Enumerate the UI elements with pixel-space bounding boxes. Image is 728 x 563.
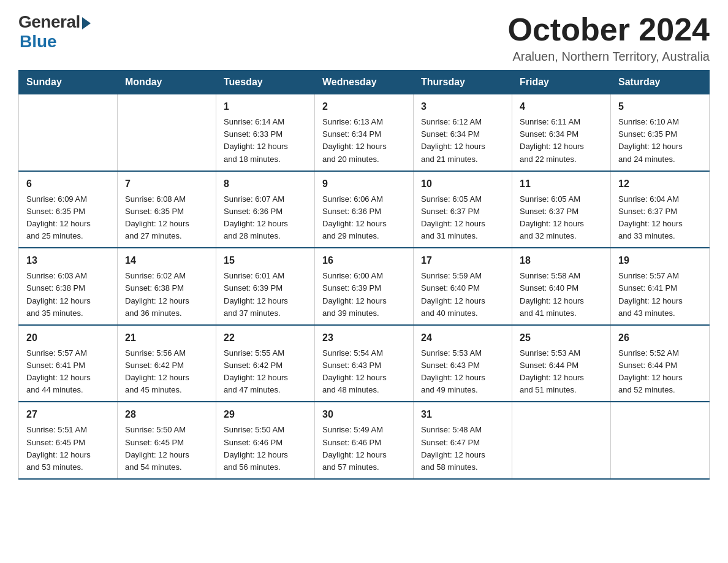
- calendar-header-row: SundayMondayTuesdayWednesdayThursdayFrid…: [19, 71, 710, 94]
- day-number: 10: [421, 177, 504, 191]
- table-row: 27Sunrise: 5:51 AMSunset: 6:45 PMDayligh…: [19, 402, 118, 479]
- logo-general-text: General: [18, 12, 80, 32]
- day-number: 8: [224, 177, 307, 191]
- table-row: 18Sunrise: 5:58 AMSunset: 6:40 PMDayligh…: [512, 248, 611, 325]
- table-row: 10Sunrise: 6:05 AMSunset: 6:37 PMDayligh…: [414, 171, 512, 248]
- day-number: 16: [322, 253, 406, 268]
- table-row: 4Sunrise: 6:11 AMSunset: 6:34 PMDaylight…: [512, 94, 611, 171]
- table-row: 22Sunrise: 5:55 AMSunset: 6:42 PMDayligh…: [216, 325, 315, 402]
- calendar-week-row: 6Sunrise: 6:09 AMSunset: 6:35 PMDaylight…: [19, 171, 710, 248]
- day-number: 13: [26, 253, 110, 268]
- calendar-header-wednesday: Wednesday: [315, 71, 414, 94]
- location-text: Araluen, Northern Territory, Australia: [508, 50, 710, 64]
- calendar-week-row: 1Sunrise: 6:14 AMSunset: 6:33 PMDaylight…: [19, 94, 710, 171]
- calendar-header-monday: Monday: [118, 71, 216, 94]
- table-row: 7Sunrise: 6:08 AMSunset: 6:35 PMDaylight…: [118, 171, 216, 248]
- logo-arrow-icon: [82, 17, 91, 29]
- day-info: Sunrise: 6:00 AMSunset: 6:39 PMDaylight:…: [322, 270, 406, 320]
- day-number: 20: [26, 331, 110, 345]
- day-number: 2: [322, 99, 406, 114]
- table-row: 11Sunrise: 6:05 AMSunset: 6:37 PMDayligh…: [512, 171, 611, 248]
- calendar-header-friday: Friday: [512, 71, 611, 94]
- day-info: Sunrise: 5:48 AMSunset: 6:47 PMDaylight:…: [421, 424, 504, 473]
- calendar-week-row: 13Sunrise: 6:03 AMSunset: 6:38 PMDayligh…: [19, 248, 710, 325]
- day-info: Sunrise: 5:59 AMSunset: 6:40 PMDaylight:…: [421, 270, 504, 320]
- day-number: 27: [26, 407, 110, 422]
- day-info: Sunrise: 5:57 AMSunset: 6:41 PMDaylight:…: [26, 347, 110, 397]
- table-row: 1Sunrise: 6:14 AMSunset: 6:33 PMDaylight…: [216, 94, 315, 171]
- day-number: 15: [224, 253, 307, 268]
- day-number: 14: [125, 253, 208, 268]
- day-info: Sunrise: 5:51 AMSunset: 6:45 PMDaylight:…: [26, 424, 110, 473]
- day-number: 3: [421, 99, 504, 114]
- day-info: Sunrise: 5:50 AMSunset: 6:46 PMDaylight:…: [224, 424, 307, 473]
- day-info: Sunrise: 6:01 AMSunset: 6:39 PMDaylight:…: [224, 270, 307, 320]
- day-info: Sunrise: 5:50 AMSunset: 6:45 PMDaylight:…: [125, 424, 208, 473]
- day-number: 29: [224, 407, 307, 422]
- day-number: 18: [520, 253, 603, 268]
- calendar-header-tuesday: Tuesday: [216, 71, 315, 94]
- day-info: Sunrise: 5:58 AMSunset: 6:40 PMDaylight:…: [520, 270, 603, 320]
- day-info: Sunrise: 5:53 AMSunset: 6:43 PMDaylight:…: [421, 347, 504, 397]
- day-number: 17: [421, 253, 504, 268]
- table-row: 30Sunrise: 5:49 AMSunset: 6:46 PMDayligh…: [315, 402, 414, 479]
- table-row: 28Sunrise: 5:50 AMSunset: 6:45 PMDayligh…: [118, 402, 216, 479]
- day-info: Sunrise: 5:49 AMSunset: 6:46 PMDaylight:…: [322, 424, 406, 473]
- table-row: 13Sunrise: 6:03 AMSunset: 6:38 PMDayligh…: [19, 248, 118, 325]
- table-row: 31Sunrise: 5:48 AMSunset: 6:47 PMDayligh…: [414, 402, 512, 479]
- day-info: Sunrise: 5:52 AMSunset: 6:44 PMDaylight:…: [618, 347, 702, 397]
- calendar-week-row: 20Sunrise: 5:57 AMSunset: 6:41 PMDayligh…: [19, 325, 710, 402]
- day-number: 19: [618, 253, 702, 268]
- day-number: 22: [224, 331, 307, 345]
- day-info: Sunrise: 6:02 AMSunset: 6:38 PMDaylight:…: [125, 270, 208, 320]
- day-number: 28: [125, 407, 208, 422]
- day-info: Sunrise: 6:05 AMSunset: 6:37 PMDaylight:…: [421, 193, 504, 243]
- day-info: Sunrise: 5:54 AMSunset: 6:43 PMDaylight:…: [322, 347, 406, 397]
- day-info: Sunrise: 6:12 AMSunset: 6:34 PMDaylight:…: [421, 116, 504, 166]
- calendar-header-saturday: Saturday: [611, 71, 710, 94]
- day-info: Sunrise: 6:08 AMSunset: 6:35 PMDaylight:…: [125, 193, 208, 243]
- day-number: 5: [618, 99, 702, 114]
- day-number: 25: [520, 331, 603, 345]
- day-info: Sunrise: 6:10 AMSunset: 6:35 PMDaylight:…: [618, 116, 702, 166]
- table-row: 24Sunrise: 5:53 AMSunset: 6:43 PMDayligh…: [414, 325, 512, 402]
- table-row: [611, 402, 710, 479]
- day-number: 9: [322, 177, 406, 191]
- table-row: 9Sunrise: 6:06 AMSunset: 6:36 PMDaylight…: [315, 171, 414, 248]
- day-info: Sunrise: 6:13 AMSunset: 6:34 PMDaylight:…: [322, 116, 406, 166]
- calendar-header-thursday: Thursday: [414, 71, 512, 94]
- day-number: 31: [421, 407, 504, 422]
- table-row: 6Sunrise: 6:09 AMSunset: 6:35 PMDaylight…: [19, 171, 118, 248]
- table-row: [118, 94, 216, 171]
- day-number: 4: [520, 99, 603, 114]
- calendar-table: SundayMondayTuesdayWednesdayThursdayFrid…: [18, 70, 710, 480]
- day-number: 6: [26, 177, 110, 191]
- table-row: 2Sunrise: 6:13 AMSunset: 6:34 PMDaylight…: [315, 94, 414, 171]
- table-row: [512, 402, 611, 479]
- day-info: Sunrise: 5:55 AMSunset: 6:42 PMDaylight:…: [224, 347, 307, 397]
- page-header: General Blue October 2024 Araluen, North…: [18, 12, 710, 64]
- day-number: 7: [125, 177, 208, 191]
- day-number: 12: [618, 177, 702, 191]
- table-row: 23Sunrise: 5:54 AMSunset: 6:43 PMDayligh…: [315, 325, 414, 402]
- table-row: 15Sunrise: 6:01 AMSunset: 6:39 PMDayligh…: [216, 248, 315, 325]
- title-block: October 2024 Araluen, Northern Territory…: [508, 12, 710, 64]
- table-row: 26Sunrise: 5:52 AMSunset: 6:44 PMDayligh…: [611, 325, 710, 402]
- table-row: 3Sunrise: 6:12 AMSunset: 6:34 PMDaylight…: [414, 94, 512, 171]
- table-row: 20Sunrise: 5:57 AMSunset: 6:41 PMDayligh…: [19, 325, 118, 402]
- day-number: 23: [322, 331, 406, 345]
- day-info: Sunrise: 6:03 AMSunset: 6:38 PMDaylight:…: [26, 270, 110, 320]
- calendar-header-sunday: Sunday: [19, 71, 118, 94]
- table-row: 21Sunrise: 5:56 AMSunset: 6:42 PMDayligh…: [118, 325, 216, 402]
- day-info: Sunrise: 6:11 AMSunset: 6:34 PMDaylight:…: [520, 116, 603, 166]
- calendar-week-row: 27Sunrise: 5:51 AMSunset: 6:45 PMDayligh…: [19, 402, 710, 479]
- day-number: 11: [520, 177, 603, 191]
- table-row: 19Sunrise: 5:57 AMSunset: 6:41 PMDayligh…: [611, 248, 710, 325]
- day-number: 26: [618, 331, 702, 345]
- table-row: 17Sunrise: 5:59 AMSunset: 6:40 PMDayligh…: [414, 248, 512, 325]
- day-info: Sunrise: 5:53 AMSunset: 6:44 PMDaylight:…: [520, 347, 603, 397]
- day-info: Sunrise: 6:05 AMSunset: 6:37 PMDaylight:…: [520, 193, 603, 243]
- table-row: [19, 94, 118, 171]
- table-row: 29Sunrise: 5:50 AMSunset: 6:46 PMDayligh…: [216, 402, 315, 479]
- logo-blue-text: Blue: [20, 32, 57, 52]
